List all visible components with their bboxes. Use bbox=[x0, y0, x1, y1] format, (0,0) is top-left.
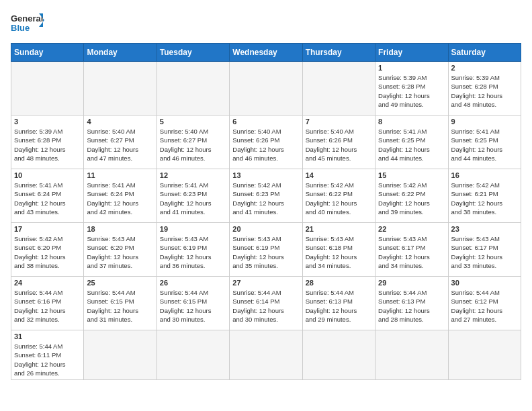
day-info: Sunrise: 5:42 AM Sunset: 6:22 PM Dayligh… bbox=[306, 181, 372, 216]
day-number: 5 bbox=[160, 118, 226, 126]
day-number: 6 bbox=[232, 118, 299, 126]
day-number: 26 bbox=[160, 279, 226, 287]
day-info: Sunrise: 5:40 AM Sunset: 6:27 PM Dayligh… bbox=[160, 127, 226, 163]
svg-text:General: General bbox=[11, 13, 43, 24]
day-number: 15 bbox=[378, 171, 445, 179]
calendar-cell: 4Sunrise: 5:40 AM Sunset: 6:27 PM Daylig… bbox=[84, 116, 157, 169]
calendar-cell: 2Sunrise: 5:39 AM Sunset: 6:28 PM Daylig… bbox=[448, 62, 521, 116]
day-number: 29 bbox=[378, 279, 445, 287]
calendar-week-0: 1Sunrise: 5:39 AM Sunset: 6:28 PM Daylig… bbox=[11, 62, 521, 116]
day-info: Sunrise: 5:40 AM Sunset: 6:26 PM Dayligh… bbox=[306, 127, 372, 163]
day-number: 11 bbox=[87, 171, 153, 179]
calendar-cell: 15Sunrise: 5:42 AM Sunset: 6:22 PM Dayli… bbox=[375, 169, 448, 223]
weekday-header-row: SundayMondayTuesdayWednesdayThursdayFrid… bbox=[11, 44, 521, 62]
weekday-header-monday: Monday bbox=[84, 44, 157, 62]
calendar-table: SundayMondayTuesdayWednesdayThursdayFrid… bbox=[11, 43, 521, 380]
calendar-cell: 17Sunrise: 5:42 AM Sunset: 6:20 PM Dayli… bbox=[11, 223, 84, 277]
calendar-cell bbox=[84, 62, 157, 116]
day-number: 24 bbox=[14, 279, 81, 287]
weekday-header-thursday: Thursday bbox=[302, 44, 375, 62]
day-number: 21 bbox=[306, 225, 372, 233]
calendar-cell: 5Sunrise: 5:40 AM Sunset: 6:27 PM Daylig… bbox=[157, 116, 229, 169]
day-number: 13 bbox=[232, 171, 299, 179]
calendar-cell: 1Sunrise: 5:39 AM Sunset: 6:28 PM Daylig… bbox=[375, 62, 448, 116]
day-number: 28 bbox=[306, 279, 372, 287]
calendar-cell: 19Sunrise: 5:43 AM Sunset: 6:19 PM Dayli… bbox=[157, 223, 229, 277]
svg-text:Blue: Blue bbox=[11, 23, 30, 33]
day-number: 7 bbox=[306, 118, 372, 126]
calendar-cell: 13Sunrise: 5:42 AM Sunset: 6:23 PM Dayli… bbox=[230, 169, 302, 223]
calendar-cell bbox=[230, 62, 302, 116]
day-info: Sunrise: 5:42 AM Sunset: 6:21 PM Dayligh… bbox=[451, 181, 518, 216]
page-header: General Blue bbox=[11, 11, 521, 36]
day-number: 31 bbox=[14, 332, 81, 340]
day-number: 4 bbox=[87, 118, 153, 126]
day-number: 27 bbox=[232, 279, 299, 287]
calendar-cell: 22Sunrise: 5:43 AM Sunset: 6:17 PM Dayli… bbox=[375, 223, 448, 277]
day-info: Sunrise: 5:39 AM Sunset: 6:28 PM Dayligh… bbox=[378, 73, 445, 109]
calendar-cell bbox=[157, 330, 229, 380]
calendar-cell: 9Sunrise: 5:41 AM Sunset: 6:25 PM Daylig… bbox=[448, 116, 521, 169]
day-number: 17 bbox=[14, 225, 81, 233]
day-info: Sunrise: 5:41 AM Sunset: 6:23 PM Dayligh… bbox=[160, 181, 226, 216]
day-info: Sunrise: 5:43 AM Sunset: 6:19 PM Dayligh… bbox=[232, 234, 299, 270]
day-number: 19 bbox=[160, 225, 226, 233]
calendar-cell: 31Sunrise: 5:44 AM Sunset: 6:11 PM Dayli… bbox=[11, 330, 84, 380]
day-number: 10 bbox=[14, 171, 81, 179]
day-info: Sunrise: 5:42 AM Sunset: 6:22 PM Dayligh… bbox=[378, 181, 445, 216]
day-info: Sunrise: 5:44 AM Sunset: 6:15 PM Dayligh… bbox=[87, 288, 153, 324]
day-info: Sunrise: 5:39 AM Sunset: 6:28 PM Dayligh… bbox=[14, 127, 81, 163]
calendar-cell: 3Sunrise: 5:39 AM Sunset: 6:28 PM Daylig… bbox=[11, 116, 84, 169]
day-info: Sunrise: 5:44 AM Sunset: 6:13 PM Dayligh… bbox=[306, 288, 372, 324]
day-number: 22 bbox=[378, 225, 445, 233]
day-number: 12 bbox=[160, 171, 226, 179]
calendar-cell: 29Sunrise: 5:44 AM Sunset: 6:13 PM Dayli… bbox=[375, 277, 448, 330]
day-info: Sunrise: 5:44 AM Sunset: 6:14 PM Dayligh… bbox=[232, 288, 299, 324]
weekday-header-sunday: Sunday bbox=[11, 44, 84, 62]
calendar-cell: 23Sunrise: 5:43 AM Sunset: 6:17 PM Dayli… bbox=[448, 223, 521, 277]
calendar-cell: 27Sunrise: 5:44 AM Sunset: 6:14 PM Dayli… bbox=[230, 277, 302, 330]
calendar-cell bbox=[302, 62, 375, 116]
day-number: 8 bbox=[378, 118, 445, 126]
day-info: Sunrise: 5:41 AM Sunset: 6:24 PM Dayligh… bbox=[87, 181, 153, 216]
day-info: Sunrise: 5:41 AM Sunset: 6:25 PM Dayligh… bbox=[451, 127, 518, 163]
day-info: Sunrise: 5:44 AM Sunset: 6:11 PM Dayligh… bbox=[14, 342, 81, 377]
calendar-cell: 16Sunrise: 5:42 AM Sunset: 6:21 PM Dayli… bbox=[448, 169, 521, 223]
day-number: 18 bbox=[87, 225, 153, 233]
calendar-week-5: 31Sunrise: 5:44 AM Sunset: 6:11 PM Dayli… bbox=[11, 330, 521, 380]
day-number: 2 bbox=[451, 64, 518, 72]
calendar-cell: 24Sunrise: 5:44 AM Sunset: 6:16 PM Dayli… bbox=[11, 277, 84, 330]
calendar-week-1: 3Sunrise: 5:39 AM Sunset: 6:28 PM Daylig… bbox=[11, 116, 521, 169]
calendar-cell bbox=[302, 330, 375, 380]
calendar-cell: 26Sunrise: 5:44 AM Sunset: 6:15 PM Dayli… bbox=[157, 277, 229, 330]
calendar-week-3: 17Sunrise: 5:42 AM Sunset: 6:20 PM Dayli… bbox=[11, 223, 521, 277]
calendar-cell: 28Sunrise: 5:44 AM Sunset: 6:13 PM Dayli… bbox=[302, 277, 375, 330]
calendar-cell bbox=[448, 330, 521, 380]
day-info: Sunrise: 5:44 AM Sunset: 6:12 PM Dayligh… bbox=[451, 288, 518, 324]
calendar-cell: 18Sunrise: 5:43 AM Sunset: 6:20 PM Dayli… bbox=[84, 223, 157, 277]
day-info: Sunrise: 5:40 AM Sunset: 6:26 PM Dayligh… bbox=[232, 127, 299, 163]
day-info: Sunrise: 5:42 AM Sunset: 6:23 PM Dayligh… bbox=[232, 181, 299, 216]
day-number: 14 bbox=[306, 171, 372, 179]
calendar-cell: 12Sunrise: 5:41 AM Sunset: 6:23 PM Dayli… bbox=[157, 169, 229, 223]
calendar-week-2: 10Sunrise: 5:41 AM Sunset: 6:24 PM Dayli… bbox=[11, 169, 521, 223]
weekday-header-wednesday: Wednesday bbox=[230, 44, 302, 62]
calendar-cell: 8Sunrise: 5:41 AM Sunset: 6:25 PM Daylig… bbox=[375, 116, 448, 169]
calendar-cell bbox=[84, 330, 157, 380]
calendar-week-4: 24Sunrise: 5:44 AM Sunset: 6:16 PM Dayli… bbox=[11, 277, 521, 330]
day-number: 3 bbox=[14, 118, 81, 126]
calendar-cell bbox=[230, 330, 302, 380]
day-info: Sunrise: 5:44 AM Sunset: 6:15 PM Dayligh… bbox=[160, 288, 226, 324]
day-number: 23 bbox=[451, 225, 518, 233]
calendar-cell bbox=[157, 62, 229, 116]
day-info: Sunrise: 5:41 AM Sunset: 6:25 PM Dayligh… bbox=[378, 127, 445, 163]
calendar-cell: 14Sunrise: 5:42 AM Sunset: 6:22 PM Dayli… bbox=[302, 169, 375, 223]
calendar-cell: 6Sunrise: 5:40 AM Sunset: 6:26 PM Daylig… bbox=[230, 116, 302, 169]
day-info: Sunrise: 5:43 AM Sunset: 6:19 PM Dayligh… bbox=[160, 234, 226, 270]
calendar-cell: 21Sunrise: 5:43 AM Sunset: 6:18 PM Dayli… bbox=[302, 223, 375, 277]
day-info: Sunrise: 5:43 AM Sunset: 6:17 PM Dayligh… bbox=[378, 234, 445, 270]
day-number: 9 bbox=[451, 118, 518, 126]
day-number: 25 bbox=[87, 279, 153, 287]
calendar-cell bbox=[375, 330, 448, 380]
day-info: Sunrise: 5:43 AM Sunset: 6:17 PM Dayligh… bbox=[451, 234, 518, 270]
